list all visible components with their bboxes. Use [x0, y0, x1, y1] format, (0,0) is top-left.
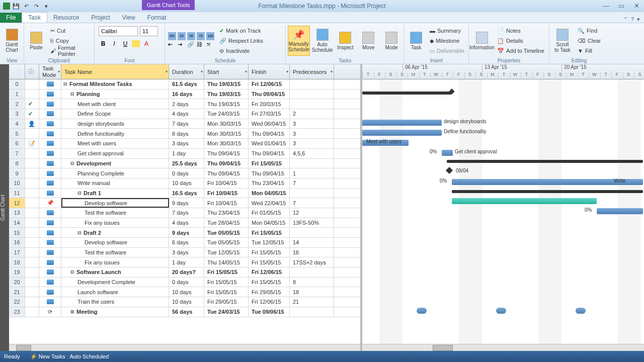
redo-icon[interactable]: ↷ — [32, 2, 40, 10]
table-row[interactable]: 22Train the users10 daysFri 29/05/15Fri … — [9, 297, 360, 307]
task-button[interactable]: Task — [407, 26, 426, 56]
gantt-bar-meeting[interactable] — [496, 308, 506, 314]
status-newtasks[interactable]: ⚡ New Tasks : Auto Scheduled — [30, 353, 109, 360]
gantt-bar[interactable] — [362, 120, 442, 126]
table-row[interactable]: 6📝Meet with users3 daysMon 30/03/15Wed 0… — [9, 139, 360, 149]
table-row[interactable]: 14Fix any issues4 daysTue 28/04/15Mon 04… — [9, 218, 360, 228]
mark-on-track-button[interactable]: ✔Mark on Track — [217, 26, 265, 35]
table-row[interactable]: 3✔Define Scope4 daysTue 24/03/15Fri 27/0… — [9, 109, 360, 119]
tab-format[interactable]: Format — [141, 13, 173, 23]
format-painter-button[interactable]: 🖌Format Painter — [48, 46, 92, 55]
table-row[interactable]: 21Launch software10 daysFri 15/05/15Fri … — [9, 287, 360, 297]
minimize-ribbon-icon[interactable]: ⌃ — [623, 16, 628, 23]
gantt-bar[interactable] — [442, 150, 453, 156]
tab-view[interactable]: View — [116, 13, 141, 23]
table-row[interactable]: 12📌Develop software9 daysFri 10/04/15Wed… — [9, 198, 360, 208]
link-icon[interactable]: 🔗 — [187, 41, 195, 49]
maximize-button[interactable]: ▭ — [616, 1, 627, 10]
paste-button[interactable]: Paste — [26, 26, 46, 56]
move-button[interactable]: Move — [358, 26, 379, 56]
milestone-button[interactable]: ◆Milestone — [428, 36, 466, 45]
split-icon[interactable]: ⤲ — [206, 41, 214, 49]
pct50-icon[interactable]: 50 — [187, 32, 195, 40]
table-row[interactable]: 9Planning Complete0 daysThu 09/04/15Thu … — [9, 168, 360, 178]
italic-button[interactable]: I — [110, 40, 119, 47]
summary-button[interactable]: ▬Summary — [428, 26, 466, 35]
underline-button[interactable]: U — [121, 40, 130, 47]
respect-links-button[interactable]: 🔗Respect Links — [217, 36, 265, 45]
pct0-icon[interactable]: 0% — [168, 32, 176, 40]
col-taskmode[interactable]: Task Mode▾ — [39, 64, 61, 79]
auto-schedule-button[interactable]: Auto Schedule — [312, 26, 333, 56]
table-row[interactable]: 16Develop software6 daysTue 05/05/15Tue … — [9, 238, 360, 248]
scroll-to-task-button[interactable]: Scroll to Task — [551, 26, 574, 56]
information-button[interactable]: Information — [471, 26, 493, 56]
ribbon-options-icon[interactable]: ▾ — [637, 16, 640, 23]
undo-icon[interactable]: ↶ — [22, 2, 30, 10]
highlight-button[interactable] — [132, 40, 140, 47]
find-button[interactable]: 🔍Find — [576, 26, 603, 35]
table-row[interactable]: 8⊟Development25.5 daysThu 09/04/15Fri 15… — [9, 159, 360, 169]
font-name-select[interactable] — [99, 26, 138, 36]
copy-button[interactable]: ⎘Copy — [48, 36, 92, 45]
table-row[interactable]: 2✔Meet with client2 daysThu 19/03/15Fri … — [9, 99, 360, 109]
table-row[interactable]: 23⟳⊞Meeting56 daysTue 24/03/15Tue 09/06/… — [9, 307, 360, 317]
fill-button[interactable]: ▼Fill — [576, 46, 603, 55]
font-size-select[interactable] — [140, 26, 158, 36]
col-indicators[interactable]: ⓘ — [25, 64, 39, 79]
close-button[interactable]: ✕ — [631, 1, 642, 10]
col-taskname[interactable]: Task Name▾ — [61, 64, 169, 79]
col-finish[interactable]: Finish▾ — [249, 64, 290, 79]
table-row[interactable]: 15⊟Draft 29 daysTue 05/05/15Fri 15/05/15 — [9, 228, 360, 238]
qat-more-icon[interactable]: ▾ — [42, 2, 50, 10]
tab-task[interactable]: Task — [22, 12, 47, 23]
font-color-button[interactable]: A — [142, 40, 151, 47]
gantt-bar[interactable] — [362, 130, 442, 136]
table-row[interactable]: 13Test the software7 daysThu 23/04/15Fri… — [9, 208, 360, 218]
pct75-icon[interactable]: 75 — [197, 32, 205, 40]
outdent-icon[interactable]: ⇤ — [168, 41, 176, 49]
details-button[interactable]: 📋Details — [495, 36, 546, 45]
gantt-hscroll[interactable] — [362, 344, 644, 351]
table-row[interactable]: 0⊟Format Milestone Tasks61.5 daysThu 19/… — [9, 79, 360, 89]
deliverable-button[interactable]: ▭Deliverable — [428, 46, 466, 55]
gantt-bar-progress[interactable] — [452, 198, 597, 204]
cut-button[interactable]: ✂Cut — [48, 26, 92, 35]
table-hscroll[interactable] — [9, 344, 360, 351]
col-predecessors[interactable]: Predecessors▾ — [290, 64, 334, 79]
inspect-button[interactable]: Inspect — [335, 26, 356, 56]
gantt-bar-meeting[interactable] — [576, 308, 586, 314]
table-row[interactable]: 11⊟Draft 116.5 daysFri 10/04/15Mon 04/05… — [9, 189, 360, 199]
file-tab[interactable]: File — [0, 13, 22, 23]
manually-schedule-button[interactable]: 📌Manually Schedule — [288, 26, 310, 56]
table-row[interactable]: 18Fix any issues1 dayThu 14/05/15Fri 15/… — [9, 257, 360, 267]
gantt-bar-meeting[interactable] — [417, 308, 427, 314]
table-row[interactable]: 1⊟Planning16 daysThu 19/03/15Thu 09/04/1… — [9, 89, 360, 100]
table-row[interactable]: 19⊟Software Launch20 days?Fri 15/05/15Fr… — [9, 267, 360, 278]
save-icon[interactable]: 💾 — [12, 2, 20, 10]
bold-button[interactable]: B — [99, 40, 108, 47]
timeline-button[interactable]: 📅Add to Timeline — [495, 46, 546, 55]
tab-project[interactable]: Project — [85, 13, 116, 23]
tab-resource[interactable]: Resource — [47, 13, 85, 23]
col-start[interactable]: Start▾ — [204, 64, 249, 79]
indent-icon[interactable]: ⇥ — [178, 41, 186, 49]
table-row[interactable]: 7Get client approval1 dayThu 09/04/15Thu… — [9, 149, 360, 159]
col-selectall[interactable] — [9, 64, 25, 79]
inactivate-button[interactable]: ⊖Inactivate — [217, 46, 265, 55]
table-row[interactable]: 4👤design storyboards7 daysMon 30/03/15We… — [9, 119, 360, 129]
table-row[interactable]: 20Development Complete0 daysFri 15/05/15… — [9, 278, 360, 288]
gantt-bar[interactable] — [597, 208, 643, 214]
notes-button[interactable]: 📄Notes — [495, 26, 546, 35]
table-row[interactable]: 10Write manual10 daysFri 10/04/15Thu 23/… — [9, 178, 360, 189]
unlink-icon[interactable]: ⛓ — [197, 41, 205, 49]
help-icon[interactable]: ? — [631, 16, 634, 23]
gantt-chart-area[interactable]: design storyboards Define functionality … — [362, 79, 644, 344]
minimize-button[interactable]: — — [601, 1, 612, 10]
pct100-icon[interactable]: 100 — [206, 32, 214, 40]
pct25-icon[interactable]: 25 — [178, 32, 186, 40]
contextual-tab[interactable]: Gantt Chart Tools — [142, 0, 195, 10]
clear-button[interactable]: ⌫Clear — [576, 36, 603, 45]
gantt-chart-button[interactable]: Gantt Chart — [2, 26, 22, 56]
table-row[interactable]: 5Define functionality8 daysMon 30/03/15T… — [9, 129, 360, 139]
